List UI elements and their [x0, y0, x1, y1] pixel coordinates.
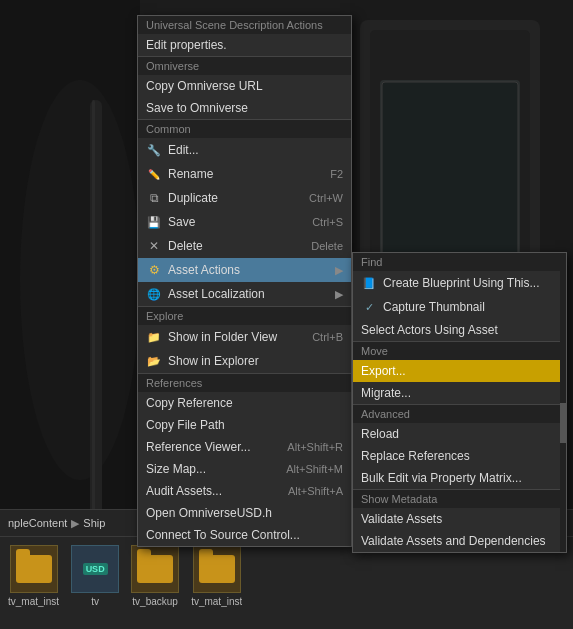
- asset-icon-folder: [10, 545, 58, 593]
- svg-point-2: [20, 80, 140, 480]
- menu-item-show-explorer[interactable]: Show in Explorer: [138, 349, 351, 373]
- menu-item-rename[interactable]: Rename F2: [138, 162, 351, 186]
- submenu-item-validate-assets[interactable]: Validate Assets: [353, 508, 566, 530]
- folder-shape: [16, 555, 52, 583]
- scrollbar-thumb: [560, 403, 566, 443]
- asset-icon-mat-inst: [193, 545, 241, 593]
- submenu-section-advanced: Advanced: [353, 404, 566, 423]
- asset-icon-backup: [131, 545, 179, 593]
- submenu-label-migrate: Migrate...: [361, 386, 558, 400]
- blueprint-icon: [361, 275, 377, 291]
- context-menu-main: Universal Scene Description Actions Edit…: [137, 15, 352, 547]
- arrow-icon-localize: ▶: [335, 288, 343, 301]
- asset-label-2: tv_backup: [132, 596, 178, 607]
- menu-label-show-explorer: Show in Explorer: [168, 354, 343, 368]
- section-header-explore: Explore: [138, 306, 351, 325]
- menu-item-save[interactable]: Save Ctrl+S: [138, 210, 351, 234]
- menu-label-asset-localization: Asset Localization: [168, 287, 329, 301]
- menu-label-copy-reference: Copy Reference: [146, 396, 343, 410]
- menu-label-rename: Rename: [168, 167, 324, 181]
- menu-label-copy-url: Copy Omniverse URL: [146, 79, 343, 93]
- submenu-item-capture-thumbnail[interactable]: Capture Thumbnail: [353, 295, 566, 319]
- menu-label-reference-viewer: Reference Viewer...: [146, 440, 281, 454]
- folder-shape-backup: [137, 555, 173, 583]
- section-header-usd: Universal Scene Description Actions: [138, 16, 351, 34]
- section-header-references: References: [138, 373, 351, 392]
- shortcut-size-map: Alt+Shift+M: [286, 463, 343, 475]
- folder-icon: [146, 329, 162, 345]
- menu-item-asset-actions[interactable]: Asset Actions ▶: [138, 258, 351, 282]
- menu-item-open-usdh[interactable]: Open OmniverseUSD.h: [138, 502, 351, 524]
- submenu-label-bulk-edit: Bulk Edit via Property Matrix...: [361, 471, 558, 485]
- duplicate-icon: [146, 190, 162, 206]
- submenu-label-select-actors: Select Actors Using Asset: [361, 323, 558, 337]
- menu-item-connect-source-control[interactable]: Connect To Source Control...: [138, 524, 351, 546]
- submenu-item-replace-references[interactable]: Replace References: [353, 445, 566, 467]
- menu-label-edit-properties: Edit properties.: [146, 38, 343, 52]
- menu-item-edit[interactable]: Edit...: [138, 138, 351, 162]
- asset-item-folder[interactable]: tv_mat_inst: [8, 545, 59, 607]
- submenu-item-migrate[interactable]: Migrate...: [353, 382, 566, 404]
- menu-label-size-map: Size Map...: [146, 462, 280, 476]
- submenu-scrollbar[interactable]: [560, 253, 566, 552]
- submenu-label-validate-assets: Validate Assets: [361, 512, 558, 526]
- check-icon: [361, 299, 377, 315]
- submenu-label-capture-thumbnail: Capture Thumbnail: [383, 300, 558, 314]
- menu-item-edit-properties[interactable]: Edit properties.: [138, 34, 351, 56]
- breadcrumb-ship: Ship: [83, 517, 105, 529]
- shortcut-audit: Alt+Shift+A: [288, 485, 343, 497]
- submenu-section-find: Find: [353, 253, 566, 271]
- asset-label-1: tv: [91, 596, 99, 607]
- submenu-item-reload[interactable]: Reload: [353, 423, 566, 445]
- menu-label-asset-actions: Asset Actions: [168, 263, 329, 277]
- submenu-item-bulk-edit[interactable]: Bulk Edit via Property Matrix...: [353, 467, 566, 489]
- menu-item-delete[interactable]: Delete Delete: [138, 234, 351, 258]
- menu-item-reference-viewer[interactable]: Reference Viewer... Alt+Shift+R: [138, 436, 351, 458]
- svg-rect-9: [92, 100, 95, 520]
- submenu-label-replace-references: Replace References: [361, 449, 558, 463]
- menu-label-show-folder: Show in Folder View: [168, 330, 306, 344]
- rename-icon: [146, 166, 162, 182]
- menu-item-size-map[interactable]: Size Map... Alt+Shift+M: [138, 458, 351, 480]
- menu-item-duplicate[interactable]: Duplicate Ctrl+W: [138, 186, 351, 210]
- menu-label-copy-file-path: Copy File Path: [146, 418, 343, 432]
- folder-shape-mat-inst: [199, 555, 235, 583]
- delete-icon: [146, 238, 162, 254]
- submenu-label-create-blueprint: Create Blueprint Using This...: [383, 276, 558, 290]
- submenu-item-select-actors[interactable]: Select Actors Using Asset: [353, 319, 566, 341]
- asset-item-backup[interactable]: tv_backup: [131, 545, 179, 607]
- shortcut-show-folder: Ctrl+B: [312, 331, 343, 343]
- shortcut-reference-viewer: Alt+Shift+R: [287, 441, 343, 453]
- menu-item-copy-reference[interactable]: Copy Reference: [138, 392, 351, 414]
- menu-label-source-control: Connect To Source Control...: [146, 528, 343, 542]
- section-header-common: Common: [138, 119, 351, 138]
- menu-item-save-omniverse[interactable]: Save to Omniverse: [138, 97, 351, 119]
- menu-item-copy-file-path[interactable]: Copy File Path: [138, 414, 351, 436]
- asset-item-usd[interactable]: USD tv: [71, 545, 119, 607]
- asset-item-mat-inst[interactable]: tv_mat_inst: [191, 545, 242, 607]
- submenu-item-create-blueprint[interactable]: Create Blueprint Using This...: [353, 271, 566, 295]
- menu-item-show-folder[interactable]: Show in Folder View Ctrl+B: [138, 325, 351, 349]
- shortcut-save: Ctrl+S: [312, 216, 343, 228]
- svg-rect-7: [382, 82, 518, 278]
- section-header-omniverse: Omniverse: [138, 56, 351, 75]
- menu-label-audit: Audit Assets...: [146, 484, 282, 498]
- asset-label-0: tv_mat_inst: [8, 596, 59, 607]
- menu-label-duplicate: Duplicate: [168, 191, 303, 205]
- menu-item-asset-localization[interactable]: Asset Localization ▶: [138, 282, 351, 306]
- svg-rect-8: [90, 100, 102, 520]
- submenu-section-move: Move: [353, 341, 566, 360]
- menu-label-edit: Edit...: [168, 143, 343, 157]
- shortcut-duplicate: Ctrl+W: [309, 192, 343, 204]
- submenu-label-validate-deps: Validate Assets and Dependencies: [361, 534, 558, 548]
- menu-label-delete: Delete: [168, 239, 305, 253]
- submenu-item-export[interactable]: Export...: [353, 360, 566, 382]
- submenu-label-reload: Reload: [361, 427, 558, 441]
- breadcrumb-content: npleContent: [8, 517, 67, 529]
- submenu-item-validate-deps[interactable]: Validate Assets and Dependencies: [353, 530, 566, 552]
- localize-icon: [146, 286, 162, 302]
- menu-item-copy-omniverse-url[interactable]: Copy Omniverse URL: [138, 75, 351, 97]
- menu-item-audit-assets[interactable]: Audit Assets... Alt+Shift+A: [138, 480, 351, 502]
- submenu-asset-actions: Find Create Blueprint Using This... Capt…: [352, 252, 567, 553]
- menu-label-save: Save: [168, 215, 306, 229]
